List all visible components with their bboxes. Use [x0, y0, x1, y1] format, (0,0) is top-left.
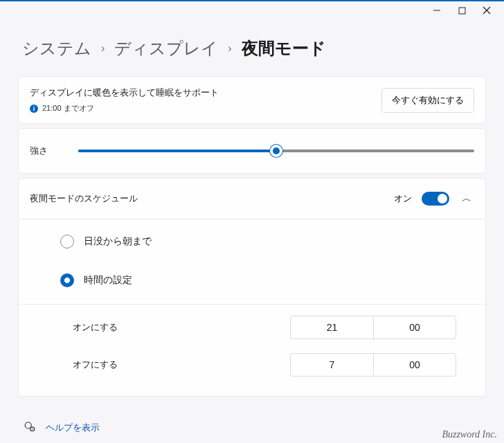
turn-on-minute[interactable]: 00 — [373, 316, 456, 339]
status-row: i 21:00 までオフ — [30, 103, 219, 114]
strength-slider[interactable] — [78, 144, 474, 158]
page-title: 夜間モード — [242, 37, 326, 60]
turn-off-hour[interactable]: 7 — [290, 353, 373, 377]
schedule-body: 日没から朝まで 時間の設定 オンにする 21 00 オフにする 7 00 — [18, 219, 486, 397]
strength-label: 強さ — [30, 145, 57, 157]
help-link[interactable]: ヘルプを表示 — [46, 422, 100, 434]
schedule-title: 夜間モードのスケジュール — [30, 192, 138, 205]
radio-sunset-label: 日没から朝まで — [84, 235, 152, 248]
status-text: 21:00 までオフ — [42, 103, 94, 114]
radio-sethours-label: 時間の設定 — [84, 274, 132, 287]
radio-sethours[interactable] — [60, 273, 74, 287]
turn-on-now-button[interactable]: 今すぐ有効にする — [381, 88, 474, 113]
intro-description: ディスプレイに暖色を表示して睡眠をサポート — [30, 87, 219, 99]
help-icon: ? — [24, 420, 36, 435]
svg-rect-1 — [459, 8, 465, 14]
help-row: ? ヘルプを表示 — [18, 401, 486, 441]
schedule-state-label: オン — [394, 192, 412, 205]
turn-on-hour[interactable]: 21 — [290, 316, 373, 339]
radio-sethours-row[interactable]: 時間の設定 — [19, 261, 485, 300]
radio-sunset[interactable] — [60, 235, 74, 248]
turn-on-label: オンにする — [73, 321, 118, 334]
maximize-button[interactable] — [457, 6, 467, 15]
radio-sunset-row[interactable]: 日没から朝まで — [19, 222, 485, 261]
info-icon: i — [30, 105, 38, 113]
chevron-right-icon: › — [101, 42, 105, 55]
schedule-toggle[interactable] — [422, 192, 449, 206]
chevron-right-icon: › — [228, 42, 231, 55]
schedule-header[interactable]: 夜間モードのスケジュール オン ︿ — [18, 178, 486, 219]
minimize-button[interactable] — [432, 6, 442, 15]
turn-off-row: オフにする 7 00 — [19, 346, 485, 383]
turn-on-row: オンにする 21 00 — [19, 309, 485, 346]
breadcrumb: システム › ディスプレイ › 夜間モード — [22, 37, 482, 60]
close-button[interactable] — [482, 6, 492, 15]
intro-card: ディスプレイに暖色を表示して睡眠をサポート i 21:00 までオフ 今すぐ有効… — [18, 76, 486, 124]
chevron-up-icon[interactable]: ︿ — [459, 191, 474, 206]
window-titlebar — [0, 1, 504, 19]
breadcrumb-display[interactable]: ディスプレイ — [114, 37, 218, 60]
turn-off-minute[interactable]: 00 — [373, 353, 456, 377]
footer-brand: Buzzword Inc. — [442, 429, 497, 440]
breadcrumb-system[interactable]: システム — [22, 37, 91, 60]
turn-off-label: オフにする — [73, 359, 118, 371]
strength-card: 強さ — [18, 128, 486, 174]
